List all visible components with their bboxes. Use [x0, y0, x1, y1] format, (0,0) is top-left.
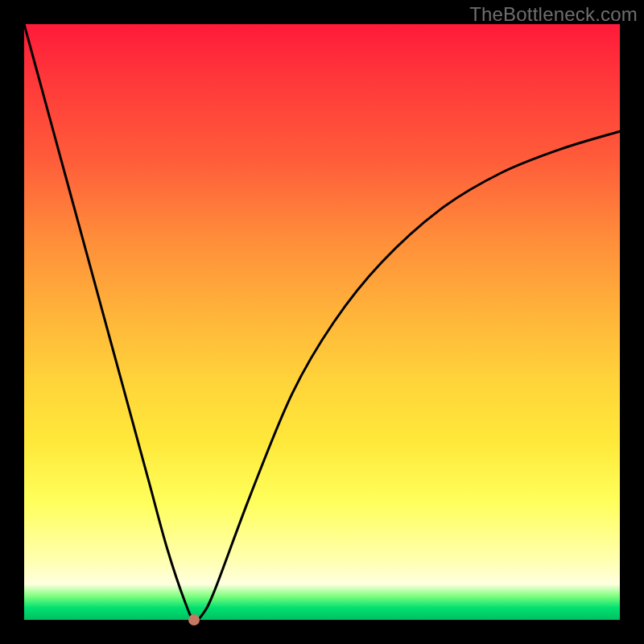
chart-frame: TheBottleneck.com — [0, 0, 644, 644]
minimum-point-marker — [188, 614, 200, 625]
bottleneck-curve — [24, 24, 620, 620]
plot-area — [24, 24, 620, 620]
watermark-label: TheBottleneck.com — [469, 3, 638, 26]
